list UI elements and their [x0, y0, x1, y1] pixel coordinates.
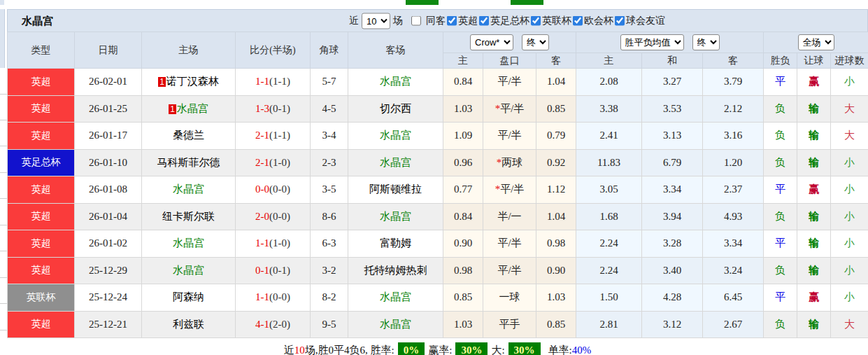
- handicap-result: 输: [797, 230, 831, 258]
- over-rate-badge: 30%: [508, 342, 541, 355]
- goals-result: 大: [831, 123, 868, 150]
- filter-checkbox-epl[interactable]: [447, 16, 457, 26]
- filter-conference-league[interactable]: 欧会杯: [573, 15, 613, 27]
- home-odds: 0.96: [443, 149, 483, 176]
- halftime-score: (1-1): [269, 130, 290, 141]
- filter-checkbox-club-friendly[interactable]: [615, 16, 625, 26]
- recent-count-select[interactable]: 10: [362, 13, 390, 29]
- away-team: 水晶宫: [380, 157, 411, 168]
- winlose-result: 平: [764, 230, 797, 258]
- handicap-win-rate-badge: 30%: [455, 342, 488, 355]
- handicap-text: 两球: [501, 157, 522, 168]
- corner-count: 8-6: [311, 203, 348, 230]
- sub-header-avg-away: 客: [703, 53, 764, 69]
- competition-badge: 英足总杯: [8, 149, 75, 176]
- home-odds: 0.90: [443, 230, 483, 258]
- handicap-cell: 平/半: [483, 69, 536, 96]
- filter-checkbox-conference-league[interactable]: [573, 16, 583, 26]
- away-team-cell: 水晶宫: [348, 311, 443, 338]
- odds-group-header: Crow* 终: [443, 32, 576, 53]
- home-odds: 0.77: [443, 176, 483, 204]
- goals-result: 小: [831, 149, 868, 176]
- col-header-away: 客场: [348, 32, 443, 69]
- filter-fa-cup[interactable]: 英足总杯: [479, 15, 529, 27]
- filter-label-same-away: 同客: [426, 15, 446, 27]
- filter-club-friendly[interactable]: 球会友谊: [615, 15, 665, 27]
- corner-count: 8-2: [311, 284, 348, 312]
- home-odds: 0.98: [443, 257, 483, 284]
- fulltime-score: 0-1: [255, 265, 269, 276]
- away-team: 阿斯顿维拉: [369, 183, 422, 195]
- table-row: 英足总杯 26-01-10 马科斯菲尔德 2-1(1-0) 2-3 水晶宫 0.…: [8, 149, 868, 176]
- bookmaker-select[interactable]: Crow*: [470, 34, 513, 50]
- avg-away-odds: 2.67: [703, 311, 764, 338]
- handicap-result: 输: [797, 257, 831, 284]
- filter-checkbox-same-away[interactable]: [411, 16, 421, 26]
- home-team-cell: 水晶宫: [142, 176, 236, 204]
- result-group-header: 全场: [764, 32, 868, 53]
- competition-filter-checkboxes: 同客英超英足总杯英联杯欧会杯球会友谊: [407, 15, 665, 27]
- goals-result: 大: [831, 311, 868, 338]
- handicap-text: 平/半: [497, 76, 521, 87]
- home-team-cell: 1诺丁汉森林: [142, 69, 236, 96]
- halftime-score: (0-1): [269, 265, 290, 276]
- handicap-result: 输: [797, 203, 831, 230]
- fulltime-score: 2-1: [255, 157, 269, 168]
- away-team-cell: 水晶宫: [348, 123, 443, 150]
- corner-count: 4-5: [311, 95, 348, 123]
- home-team: 水晶宫: [173, 265, 204, 276]
- home-odds: 0.85: [443, 284, 483, 312]
- avg-draw-odds: 3.28: [642, 230, 703, 258]
- home-team-cell: 阿森纳: [142, 284, 236, 312]
- filter-checkbox-league-cup[interactable]: [531, 16, 541, 26]
- table-row: 英超 25-12-21 利兹联 4-1(2-0) 9-5 水晶宫 1.03 平手…: [8, 311, 868, 338]
- away-team: 水晶宫: [380, 130, 411, 141]
- handicap-cell: 平手: [483, 311, 536, 338]
- filter-label-club-friendly: 球会友谊: [626, 15, 665, 27]
- home-team: 马科斯菲尔德: [157, 157, 220, 168]
- score-cell: 1-1(1-1): [236, 69, 311, 96]
- avg-time-select[interactable]: 终: [692, 34, 720, 50]
- halftime-score: (0-0): [269, 291, 290, 302]
- home-odds: 0.84: [443, 203, 483, 230]
- footer-text: 近: [284, 344, 294, 355]
- filter-same-away[interactable]: 同客: [408, 15, 446, 27]
- avg-draw-odds: 3.27: [642, 69, 703, 96]
- handicap-text: 平/半: [497, 130, 521, 141]
- avg-draw-odds: 3.12: [642, 311, 703, 338]
- period-select[interactable]: 全场: [798, 34, 834, 50]
- fulltime-score: 1-1: [255, 76, 269, 87]
- summary-footer: 近10场,胜0平4负6, 胜率: 0% 赢率: 30% 大: 30% 单率:40…: [7, 338, 868, 355]
- away-team-cell: 富勒姆: [348, 230, 443, 258]
- fulltime-score: 2-1: [255, 130, 269, 141]
- avg-type-select[interactable]: 胜平负均值: [620, 34, 684, 50]
- home-team: 诺丁汉森林: [166, 76, 219, 87]
- table-row: 英超 26-01-04 纽卡斯尔联 2-0(0-0) 8-6 水晶宫 0.84 …: [8, 203, 868, 230]
- avg-draw-odds: 3.13: [642, 123, 703, 150]
- handicap-cell: 平/半: [483, 257, 536, 284]
- match-date: 25-12-29: [75, 257, 142, 284]
- page-title: 水晶宫: [22, 14, 53, 27]
- goals-result: 大: [831, 95, 868, 123]
- match-date: 26-01-04: [75, 203, 142, 230]
- filter-label-fa-cup: 英足总杯: [490, 15, 529, 27]
- matches-label: 场: [393, 15, 403, 27]
- odds-time-select[interactable]: 终: [522, 34, 549, 50]
- avg-home-odds: 2.08: [576, 69, 642, 96]
- filter-checkbox-fa-cup[interactable]: [479, 16, 489, 26]
- filter-epl[interactable]: 英超: [447, 15, 478, 27]
- handicap-text: 平手: [499, 319, 520, 330]
- avg-draw-odds: 4.28: [642, 284, 703, 312]
- competition-badge: 英超: [8, 69, 75, 96]
- table-row: 英超 25-12-29 水晶宫 0-1(0-1) 3-2 托特纳姆热刺 0.98…: [8, 257, 868, 284]
- edge-blue-block: [0, 9, 5, 68]
- sub-header-handicap-result: 让球: [797, 53, 831, 69]
- home-team: 纽卡斯尔联: [162, 211, 215, 222]
- filter-league-cup[interactable]: 英联杯: [531, 15, 571, 27]
- fulltime-score: 1-1: [255, 291, 269, 302]
- filter-label-league-cup: 英联杯: [542, 15, 571, 27]
- corner-count: 3-4: [311, 123, 348, 150]
- handicap-cell: *两球: [483, 149, 536, 176]
- match-date: 26-01-25: [75, 95, 142, 123]
- recent-label: 近: [349, 15, 359, 27]
